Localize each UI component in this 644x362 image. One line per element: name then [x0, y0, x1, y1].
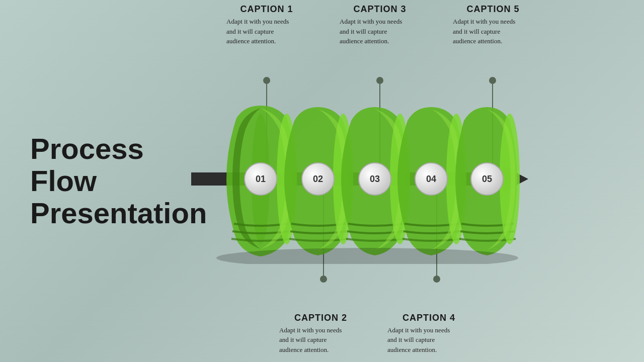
caption-4-title: CAPTION 4: [387, 313, 470, 323]
caption-4-text: Adapt it with you needsand it will captu…: [387, 325, 470, 355]
stem-2-bottom-dot: [320, 276, 327, 283]
stem-3-top-dot: [376, 77, 383, 84]
title-line2: Presentation: [30, 197, 207, 229]
caption-1-text: Adapt it with you needsand it will captu…: [226, 17, 307, 46]
caption-3-text: Adapt it with you needsand it will captu…: [340, 17, 420, 46]
caption-5-top: CAPTION 5 Adapt it with you needsand it …: [453, 4, 533, 46]
stem-1-top-dot: [263, 77, 270, 84]
coil-svg: 01 02 03 04 05: [186, 98, 538, 264]
title-line1: Process Flow: [30, 132, 144, 197]
svg-text:03: 03: [370, 174, 380, 184]
diagram-area: CAPTION 1 Adapt it with you needsand it …: [191, 0, 644, 362]
title-area: Process Flow Presentation: [0, 133, 191, 229]
caption-3-title: CAPTION 3: [340, 4, 420, 15]
caption-1-top: CAPTION 1 Adapt it with you needsand it …: [226, 4, 307, 46]
caption-2-bottom: CAPTION 2 Adapt it with you needsand it …: [279, 313, 362, 355]
stem-5-top-dot: [489, 77, 496, 84]
svg-text:01: 01: [256, 174, 266, 184]
caption-3-top: CAPTION 3 Adapt it with you needsand it …: [340, 4, 420, 46]
stem-4-bottom-dot: [433, 276, 440, 283]
caption-2-text: Adapt it with you needsand it will captu…: [279, 325, 362, 355]
svg-text:05: 05: [482, 174, 492, 184]
caption-1-title: CAPTION 1: [226, 4, 307, 15]
svg-text:04: 04: [426, 174, 436, 184]
caption-5-title: CAPTION 5: [453, 4, 533, 15]
slide: Process Flow Presentation CAPTION 1 Adap…: [0, 0, 644, 362]
svg-text:02: 02: [313, 174, 323, 184]
caption-2-title: CAPTION 2: [279, 313, 362, 323]
main-title: Process Flow Presentation: [30, 133, 171, 229]
caption-5-text: Adapt it with you needsand it will captu…: [453, 17, 533, 46]
caption-4-bottom: CAPTION 4 Adapt it with you needsand it …: [387, 313, 470, 355]
